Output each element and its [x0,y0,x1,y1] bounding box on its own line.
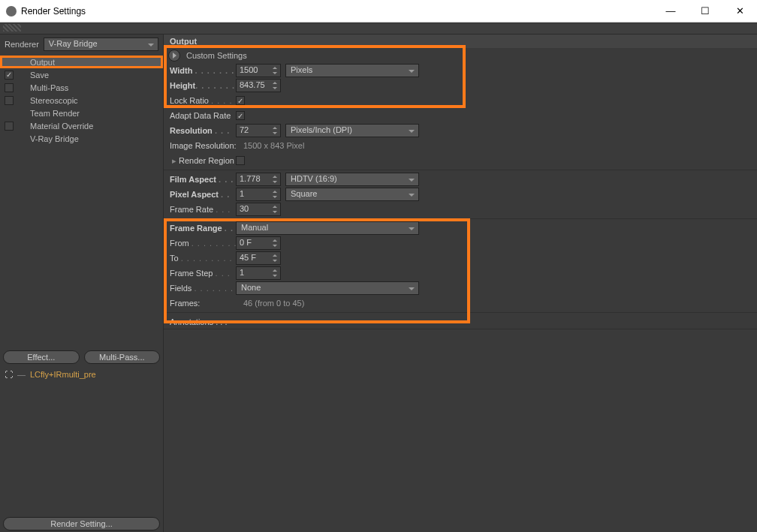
effect-button[interactable]: Effect... [3,350,80,364]
renderer-label: Renderer [5,40,39,49]
tree-item-stereoscopic[interactable]: Stereoscopic [0,94,163,107]
fields-dropdown[interactable]: None [236,281,419,295]
tree-label-save: Save [17,71,49,80]
height-label: Height. . . . . . . [170,81,236,90]
preset-name: LCfly+IRmulti_pre [30,370,96,379]
adaptdatarate-label: Adapt Data Rate [170,111,236,120]
checkbox-save[interactable] [5,71,14,80]
width-label: Width . . . . . . . [170,66,236,75]
resolution-input[interactable]: 72 [236,124,281,137]
framerange-label: Frame Range . . [170,224,236,233]
tree-label-vraybridge: V-Ray Bridge [17,134,79,143]
multipass-button[interactable]: Multi-Pass... [84,350,161,364]
render-setting-button[interactable]: Render Setting... [3,517,160,530]
framerange-dropdown[interactable]: Manual [236,221,419,235]
from-input[interactable]: 0 F [236,236,281,250]
resolution-label: Resolution . . . [170,126,236,135]
checkbox-matoverride[interactable] [5,122,14,131]
app-icon [6,6,17,17]
minimize-button[interactable]: — [653,0,688,23]
tree-item-vraybridge[interactable]: V-Ray Bridge [0,132,163,145]
frames-label: Frames: [170,299,243,308]
width-unit-dropdown[interactable]: Pixels [285,64,419,77]
settings-tree: Output Save Multi-Pass Stereoscopic Team… [0,56,163,145]
tree-item-output[interactable]: Output [0,56,163,68]
tree-label-matoverride: Material Override [17,122,93,131]
grip-icon [3,24,21,32]
framestep-label: Frame Step . . . [170,269,236,278]
pixelaspect-input[interactable]: 1 [236,188,281,201]
framerate-input[interactable]: 30 [236,203,281,216]
renderregion-expand-icon[interactable]: ▸ [170,156,179,166]
custom-settings-label: Custom Settings [186,51,247,60]
tree-label-output: Output [17,58,55,67]
preset-icon: ⛶ [5,370,13,379]
from-label: From . . . . . . . . [170,239,236,248]
tree-item-multipass[interactable]: Multi-Pass [0,81,163,94]
renderer-dropdown[interactable]: V-Ray Bridge [44,38,158,51]
checkbox-multipass[interactable] [5,83,14,92]
tree-label-multipass: Multi-Pass [17,83,68,92]
filmaspect-label: Film Aspect . . . [170,175,236,184]
to-input[interactable]: 45 F [236,251,281,265]
close-button[interactable]: ✕ [722,0,757,23]
tree-label-teamrender: Team Render [17,109,80,118]
renderregion-checkbox[interactable] [236,156,245,165]
custom-settings-row: Custom Settings [164,48,757,63]
annotations-label: Annotations . . . [170,317,227,326]
pixelaspect-dropdown[interactable]: Square [285,188,419,201]
to-label: To . . . . . . . . . . [170,254,236,263]
height-input[interactable]: 843.75 [236,79,281,92]
play-icon[interactable] [168,50,180,62]
menubar [0,24,757,35]
frames-value: 46 (from 0 to 45) [243,299,304,308]
right-panel: Output Custom Settings Width . . . . . .… [164,35,757,532]
framestep-input[interactable]: 1 [236,266,281,280]
imgres-label: Image Resolution: [170,141,243,150]
checkbox-stereoscopic[interactable] [5,96,14,105]
tree-item-save[interactable]: Save [0,68,163,81]
tree-item-matoverride[interactable]: Material Override [0,119,163,132]
width-input[interactable]: 1500 [236,64,281,77]
filmaspect-input[interactable]: 1.778 [236,173,281,186]
tree-item-teamrender[interactable]: Team Render [0,107,163,119]
titlebar: Render Settings — ☐ ✕ [0,0,757,23]
window-title: Render Settings [21,6,653,17]
lockratio-label: Lock Ratio . . . . [170,96,236,105]
tree-label-stereoscopic: Stereoscopic [17,96,78,105]
window-buttons: — ☐ ✕ [653,0,757,23]
framerate-label: Frame Rate . . . [170,205,236,214]
pixelaspect-label: Pixel Aspect . . [170,190,236,199]
preset-row[interactable]: ⛶ — LCfly+IRmulti_pre [3,368,160,379]
fields-label: Fields . . . . . . . [170,284,236,293]
left-panel: Renderer V-Ray Bridge Output Save Multi-… [0,35,164,532]
output-header: Output [164,35,757,48]
imgres-value: 1500 x 843 Pixel [243,141,304,150]
adaptdatarate-checkbox[interactable] [236,111,245,120]
maximize-button[interactable]: ☐ [688,0,722,23]
resolution-unit-dropdown[interactable]: Pixels/Inch (DPI) [285,124,419,137]
renderregion-label: Render Region [179,156,236,165]
lockratio-checkbox[interactable] [236,96,245,105]
renderer-value: V-Ray Bridge [49,39,98,48]
filmaspect-dropdown[interactable]: HDTV (16:9) [285,173,419,186]
